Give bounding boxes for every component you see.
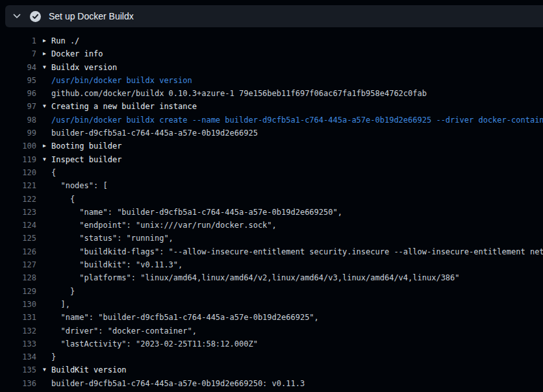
log-text: /usr/bin/docker buildx version <box>51 74 192 87</box>
log-text: { <box>51 166 56 179</box>
log-line: 129 } <box>0 285 543 298</box>
log-line: 121 "nodes": [ <box>0 179 543 192</box>
line-number[interactable]: 1 <box>0 34 36 47</box>
log-text: /usr/bin/docker buildx create --name bui… <box>51 114 543 127</box>
line-number[interactable]: 134 <box>0 350 36 363</box>
no-icon <box>43 219 51 232</box>
line-number[interactable]: 136 <box>0 377 36 390</box>
step-title: Set up Docker Buildx <box>49 11 134 21</box>
log-text: "status": "running", <box>51 232 173 245</box>
line-number[interactable]: 97 <box>0 100 36 113</box>
line-number[interactable]: 131 <box>0 311 36 324</box>
line-number[interactable]: 95 <box>0 74 36 87</box>
log-line: 130 ], <box>0 298 543 311</box>
log-line: 98 /usr/bin/docker buildx create --name … <box>0 114 543 127</box>
line-number[interactable]: 96 <box>0 87 36 100</box>
log-group-row[interactable]: 119 ▼ Inspect builder <box>0 153 543 166</box>
no-icon <box>43 245 51 258</box>
chevron-down-icon[interactable]: ▼ <box>43 61 51 74</box>
line-number[interactable]: 124 <box>0 219 36 232</box>
log-group-row[interactable]: 1 ▶ Run ./ <box>0 34 543 47</box>
line-number[interactable]: 132 <box>0 325 36 337</box>
no-icon <box>43 258 51 271</box>
log-text: "buildkitd-flags": "--allow-insecure-ent… <box>51 245 543 258</box>
log-text: builder-d9cfb5a1-c764-445a-a57e-0b19d2e6… <box>51 377 305 390</box>
no-icon <box>43 377 51 390</box>
line-number[interactable]: 130 <box>0 298 36 311</box>
log-group-row[interactable]: 7 ▶ Docker info <box>0 47 543 60</box>
no-icon <box>43 193 51 206</box>
log-text: "endpoint": "unix:///var/run/docker.sock… <box>51 219 277 232</box>
log-text: Docker info <box>51 47 103 60</box>
log-line: 122 { <box>0 193 543 206</box>
line-number[interactable]: 133 <box>0 337 36 350</box>
chevron-right-icon[interactable]: ▶ <box>43 47 51 60</box>
line-number[interactable]: 123 <box>0 206 36 219</box>
log-text: } <box>51 285 75 298</box>
log-line: 134 } <box>0 350 543 363</box>
log-line: 133 "lastActivity": "2023-02-25T11:58:12… <box>0 337 543 350</box>
chevron-down-icon[interactable]: ▼ <box>43 153 51 166</box>
log-line: 136 builder-d9cfb5a1-c764-445a-a57e-0b19… <box>0 377 543 390</box>
line-number[interactable]: 119 <box>0 153 36 166</box>
no-icon <box>43 271 51 284</box>
line-number[interactable]: 125 <box>0 232 36 245</box>
log-text: "nodes": [ <box>51 179 108 192</box>
log-lines: 1 ▶ Run ./ 7 ▶ Docker info 94 ▼ Buildx v… <box>0 27 543 390</box>
line-number[interactable]: 135 <box>0 363 36 376</box>
log-group-row[interactable]: 135 ▼ BuildKit version <box>0 363 543 376</box>
log-line: 127 "buildkit": "v0.11.3", <box>0 258 543 271</box>
no-icon <box>43 232 51 245</box>
line-number[interactable]: 98 <box>0 114 36 127</box>
chevron-down-icon[interactable]: ▼ <box>43 363 51 376</box>
log-line: 128 "platforms": "linux/amd64,linux/amd6… <box>0 271 543 284</box>
chevron-right-icon[interactable]: ▶ <box>43 140 51 153</box>
line-number[interactable]: 128 <box>0 271 36 284</box>
log-text: BuildKit version <box>51 363 127 376</box>
line-number[interactable]: 7 <box>0 47 36 60</box>
log-text: builder-d9cfb5a1-c764-445a-a57e-0b19d2e6… <box>51 127 258 140</box>
chevron-down-icon[interactable] <box>13 14 21 19</box>
log-text: Booting builder <box>51 140 121 153</box>
log-line: 123 "name": "builder-d9cfb5a1-c764-445a-… <box>0 206 543 219</box>
line-number[interactable]: 129 <box>0 285 36 298</box>
line-number[interactable]: 126 <box>0 245 36 258</box>
no-icon <box>43 166 51 179</box>
log-text: "name": "builder-d9cfb5a1-c764-445a-a57e… <box>51 311 319 324</box>
log-line: 126 "buildkitd-flags": "--allow-insecure… <box>0 245 543 258</box>
no-icon <box>43 206 51 219</box>
log-text: { <box>51 193 75 206</box>
log-text: "buildkit": "v0.11.3", <box>51 258 183 271</box>
step-header[interactable]: Set up Docker Buildx <box>5 5 543 27</box>
no-icon <box>43 350 51 363</box>
log-text: Inspect builder <box>51 153 121 166</box>
line-number[interactable]: 127 <box>0 258 36 271</box>
log-text: "name": "builder-d9cfb5a1-c764-445a-a57e… <box>51 206 342 219</box>
no-icon <box>43 337 51 350</box>
chevron-down-icon[interactable]: ▼ <box>43 100 51 113</box>
log-line: 125 "status": "running", <box>0 232 543 245</box>
log-line: 96 github.com/docker/buildx 0.10.3+azure… <box>0 87 543 100</box>
line-number[interactable]: 121 <box>0 179 36 192</box>
line-number[interactable]: 100 <box>0 140 36 153</box>
no-icon <box>43 179 51 192</box>
log-text: Run ./ <box>51 34 79 47</box>
log-text: github.com/docker/buildx 0.10.3+azure-1 … <box>51 87 427 100</box>
log-group-row[interactable]: 94 ▼ Buildx version <box>0 61 543 74</box>
log-text: } <box>51 350 56 363</box>
line-number[interactable]: 120 <box>0 166 36 179</box>
no-icon <box>43 87 51 100</box>
line-number[interactable]: 99 <box>0 127 36 140</box>
no-icon <box>43 311 51 324</box>
line-number[interactable]: 94 <box>0 61 36 74</box>
no-icon <box>43 325 51 337</box>
log-text: "driver": "docker-container", <box>51 325 197 337</box>
log-group-row[interactable]: 100 ▶ Booting builder <box>0 140 543 153</box>
line-number[interactable]: 122 <box>0 193 36 206</box>
log-line: 132 "driver": "docker-container", <box>0 325 543 337</box>
log-group-row[interactable]: 97 ▼ Creating a new builder instance <box>0 100 543 113</box>
no-icon <box>43 285 51 298</box>
chevron-right-icon[interactable]: ▶ <box>43 34 51 47</box>
log-text: Buildx version <box>51 61 117 74</box>
log-line: 95 /usr/bin/docker buildx version <box>0 74 543 87</box>
